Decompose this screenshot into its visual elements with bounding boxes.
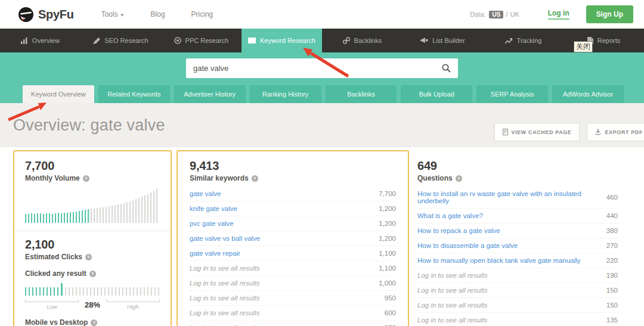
- question-row: How to manually open black tank valve ga…: [417, 253, 619, 268]
- mainnav-overview[interactable]: Overview: [0, 29, 80, 52]
- high-label: High: [106, 303, 160, 310]
- subtab-bulk-upload[interactable]: Bulk Upload: [401, 85, 472, 103]
- gauge-scale: Low 28% High: [25, 299, 160, 310]
- search-icon[interactable]: [442, 64, 451, 73]
- help-icon[interactable]: ?: [83, 175, 89, 182]
- nav-tools[interactable]: Tools▼: [101, 10, 125, 18]
- header-right: Data: US / UK Log in Sign Up: [470, 5, 633, 23]
- help-icon[interactable]: ?: [85, 254, 92, 260]
- locked-result-link[interactable]: Log in to see all results: [417, 272, 488, 279]
- spyfu-logo[interactable]: SpyFu: [18, 7, 74, 23]
- keyword-link[interactable]: gate valve: [190, 190, 221, 197]
- similar-keyword-row: gate valve repair1,100: [190, 246, 396, 260]
- help-icon[interactable]: ?: [91, 319, 97, 326]
- row-value: 380: [606, 227, 618, 234]
- row-value: 1,100: [379, 265, 396, 272]
- row-value: 135: [606, 316, 618, 324]
- low-label: Low: [25, 303, 79, 310]
- row-value: 1,200: [379, 235, 396, 242]
- login-link[interactable]: Log in: [548, 9, 569, 20]
- keyword-link[interactable]: knife gate valve: [190, 205, 237, 212]
- signup-button[interactable]: Sign Up: [586, 5, 633, 23]
- subtab-adwords-advisor[interactable]: AdWords Advisor: [552, 85, 624, 103]
- bar-chart-icon: [21, 38, 28, 44]
- help-icon[interactable]: ?: [252, 175, 258, 182]
- subtab-backlinks[interactable]: Backlinks: [326, 85, 397, 103]
- mainnav-seo-research[interactable]: SEO Research: [80, 29, 161, 52]
- question-row: How to disassemble a gate valve270: [417, 238, 619, 253]
- nav-blog[interactable]: Blog: [151, 10, 165, 18]
- subtab-related-keywords[interactable]: Related Keywords: [98, 85, 170, 103]
- subtab-serp-analysis[interactable]: SERP Analysis: [476, 85, 548, 103]
- similar-keywords-list: gate valve7,700knife gate valve1,200pvc …: [190, 187, 396, 326]
- keyword-link[interactable]: How to repack a gate valve: [417, 227, 500, 234]
- page-title: Overview: gate valve: [13, 116, 165, 135]
- row-value: 270: [606, 242, 618, 249]
- subtab-ranking-history[interactable]: Ranking History: [250, 85, 321, 103]
- high-bracket: [106, 299, 160, 302]
- close-tooltip[interactable]: 关闭: [574, 41, 593, 52]
- mainnav-ppc-research[interactable]: PPC Research: [161, 29, 242, 52]
- keyword-link[interactable]: gate valve repair: [190, 250, 240, 257]
- page-icon: [503, 129, 508, 135]
- keyword-link[interactable]: How to install an rv waste gate valve wi…: [417, 190, 606, 204]
- locked-result-link[interactable]: Log in to see all results: [190, 309, 260, 316]
- volume-card: 7,700 Monthly Volume ? 2,100 Estimated C…: [13, 150, 172, 326]
- question-row: Log in to see all results150: [417, 297, 619, 312]
- keyword-link[interactable]: pvc gate valve: [190, 220, 234, 227]
- subtab-keyword-overview[interactable]: Keyword Overview: [23, 85, 94, 103]
- row-value: 1,200: [379, 220, 396, 227]
- row-value: 460: [606, 194, 618, 201]
- locked-result-link[interactable]: Log in to see all results: [190, 294, 260, 302]
- keyword-link[interactable]: How to disassemble a gate valve: [417, 242, 518, 249]
- row-value: 7,700: [379, 190, 396, 197]
- subtab-advertiser-history[interactable]: Advertiser History: [174, 85, 246, 103]
- locked-result-link[interactable]: Log in to see all results: [190, 265, 260, 272]
- help-icon[interactable]: ?: [89, 271, 96, 277]
- mainnav-backlinks[interactable]: Backlinks: [322, 29, 402, 52]
- similar-keyword-row: Log in to see all results1,100: [190, 260, 396, 275]
- monthly-volume-label: Monthly Volume ?: [25, 174, 160, 182]
- questions-list: How to install an rv waste gate valve wi…: [417, 187, 619, 326]
- spy-icon: [18, 7, 34, 23]
- mainnav-tracking[interactable]: Tracking: [483, 29, 564, 52]
- similar-keyword-row: knife gate valve1,200: [190, 201, 396, 216]
- search-band: Keyword OverviewRelated KeywordsAdvertis…: [0, 52, 644, 103]
- content-area: 7,700 Monthly Volume ? 2,100 Estimated C…: [0, 147, 644, 326]
- keyword-search-input[interactable]: [193, 64, 442, 73]
- help-icon[interactable]: ?: [456, 175, 462, 182]
- locked-result-link[interactable]: Log in to see all results: [190, 280, 260, 287]
- questions-card: 649 Questions ? How to install an rv was…: [417, 150, 631, 326]
- divider: [14, 231, 171, 231]
- view-cached-page-button[interactable]: VIEW CACHED PAGE: [494, 123, 580, 141]
- locked-result-link[interactable]: Log in to see all results: [417, 287, 488, 294]
- mainnav-list-builder[interactable]: List Builder: [402, 29, 483, 52]
- megaphone-icon: [420, 38, 428, 44]
- region-us-badge[interactable]: US: [489, 11, 503, 18]
- top-nav: Tools▼ Blog Pricing: [101, 10, 213, 18]
- keyboard-icon: [248, 38, 256, 44]
- nav-pricing[interactable]: Pricing: [191, 10, 213, 18]
- question-row: Log in to see all results190: [417, 268, 619, 282]
- keyword-link[interactable]: gate valve vs ball valve: [190, 235, 260, 242]
- brand-name: SpyFu: [38, 8, 74, 21]
- region-separator: /: [506, 11, 507, 18]
- keyword-link[interactable]: What is a gate valve?: [417, 212, 483, 219]
- mainnav-keyword-research[interactable]: Keyword Research: [242, 29, 322, 52]
- locked-result-link[interactable]: Log in to see all results: [417, 302, 488, 309]
- link-icon: [343, 37, 350, 44]
- estimated-clicks-label: Estimated Clicks ?: [25, 253, 160, 261]
- keyword-link[interactable]: How to manually open black tank valve ga…: [417, 257, 581, 264]
- region-uk-toggle[interactable]: UK: [510, 11, 519, 18]
- row-value: 1,200: [379, 205, 396, 212]
- similar-keyword-row: Log in to see all results1,000: [190, 275, 396, 290]
- question-row: Log in to see all results135: [417, 312, 619, 326]
- export-pdf-button[interactable]: EXPORT PDF: [587, 123, 644, 141]
- trend-icon: [505, 38, 513, 44]
- keyword-search-box: [186, 58, 458, 78]
- locked-result-link[interactable]: Log in to see all results: [417, 316, 488, 324]
- main-nav: Overview SEO Research PPC Research Keywo…: [0, 29, 644, 52]
- questions-value: 649: [417, 159, 619, 173]
- low-bracket: [25, 299, 79, 302]
- question-row: Log in to see all results150: [417, 282, 619, 297]
